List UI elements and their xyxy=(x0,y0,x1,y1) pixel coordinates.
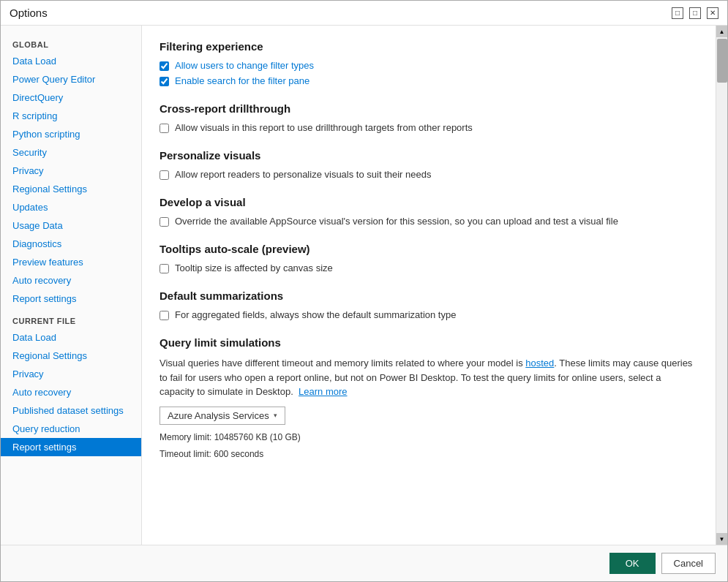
checkbox-row-enable-search: Enable search for the filter pane xyxy=(160,75,695,86)
scroll-down-button[interactable]: ▼ xyxy=(716,533,728,545)
main-scroll: Filtering experience Allow users to chan… xyxy=(142,26,716,545)
checkbox-row-override-appsource: Override the available AppSource visual'… xyxy=(160,216,695,227)
sidebar-item-directquery[interactable]: DirectQuery xyxy=(1,88,141,107)
section-title-personalize: Personalize visuals xyxy=(160,149,695,162)
current-file-section-label: CURRENT FILE xyxy=(1,308,141,328)
sidebar-item-cf-query-reduction[interactable]: Query reduction xyxy=(1,420,141,438)
sidebar-item-auto-recovery[interactable]: Auto recovery xyxy=(1,271,141,290)
sidebar-item-cf-regional-settings[interactable]: Regional Settings xyxy=(1,347,141,365)
sidebar-item-updates[interactable]: Updates xyxy=(1,198,141,216)
learn-more-link[interactable]: Learn more xyxy=(299,386,347,397)
checkbox-label-allow-filter: Allow users to change filter types xyxy=(175,60,314,71)
azure-analysis-services-dropdown[interactable]: Azure Analysis Services ▾ xyxy=(160,407,285,425)
sidebar-item-data-load[interactable]: Data Load xyxy=(1,52,141,70)
sidebar-item-cf-published-dataset[interactable]: Published dataset settings xyxy=(1,401,141,420)
checkbox-row-drillthrough: Allow visuals in this report to use dril… xyxy=(160,122,695,133)
section-title-query-limit: Query limit simulations xyxy=(160,336,695,349)
checkbox-row-personalize: Allow report readers to personalize visu… xyxy=(160,169,695,180)
checkbox-label-enable-search: Enable search for the filter pane xyxy=(175,75,309,86)
global-section-label: GLOBAL xyxy=(1,31,141,52)
checkbox-label-aggregated-fields: For aggregated fields, always show the d… xyxy=(175,309,456,320)
checkbox-enable-search-filter[interactable] xyxy=(160,77,169,86)
timeout-limit-text: Timeout limit: 600 seconds xyxy=(160,447,695,461)
checkbox-label-personalize: Allow report readers to personalize visu… xyxy=(175,169,431,180)
sidebar-item-cf-privacy[interactable]: Privacy xyxy=(1,365,141,383)
checkbox-allow-drillthrough[interactable] xyxy=(160,124,169,133)
checkbox-row-allow-filter: Allow users to change filter types xyxy=(160,60,695,71)
content-area: GLOBAL Data Load Power Query Editor Dire… xyxy=(1,26,727,545)
dropdown-container: Azure Analysis Services ▾ xyxy=(160,407,695,425)
ok-button[interactable]: OK xyxy=(609,553,656,574)
sidebar: GLOBAL Data Load Power Query Editor Dire… xyxy=(1,26,142,545)
checkbox-label-drillthrough: Allow visuals in this report to use dril… xyxy=(175,122,473,133)
checkbox-allow-personalize[interactable] xyxy=(160,170,169,180)
scroll-up-button[interactable]: ▲ xyxy=(716,26,728,37)
sidebar-item-regional-settings[interactable]: Regional Settings xyxy=(1,180,141,198)
section-default-summarizations: Default summarizations For aggregated fi… xyxy=(160,290,695,320)
section-title-tooltips: Tooltips auto-scale (preview) xyxy=(160,243,695,255)
section-tooltips-auto-scale: Tooltips auto-scale (preview) Tooltip si… xyxy=(160,243,695,273)
sidebar-item-preview-features[interactable]: Preview features xyxy=(1,253,141,271)
maximize-button[interactable]: □ xyxy=(689,7,701,19)
section-title-develop: Develop a visual xyxy=(160,196,695,208)
title-bar: Options □ □ ✕ xyxy=(1,1,727,26)
close-button[interactable]: ✕ xyxy=(707,7,718,19)
sidebar-item-report-settings-global[interactable]: Report settings xyxy=(1,290,141,308)
sidebar-item-privacy[interactable]: Privacy xyxy=(1,162,141,180)
sidebar-item-power-query-editor[interactable]: Power Query Editor xyxy=(1,70,141,88)
checkbox-override-appsource[interactable] xyxy=(160,217,169,227)
checkbox-row-tooltip-canvas: Tooltip size is affected by canvas size xyxy=(160,262,695,273)
checkbox-label-override-appsource: Override the available AppSource visual'… xyxy=(175,216,618,227)
checkbox-label-tooltip-canvas: Tooltip size is affected by canvas size xyxy=(175,262,333,273)
cancel-button[interactable]: Cancel xyxy=(661,553,716,574)
sidebar-item-security[interactable]: Security xyxy=(1,143,141,162)
section-title-filtering: Filtering experience xyxy=(160,40,695,53)
checkbox-row-aggregated-fields: For aggregated fields, always show the d… xyxy=(160,309,695,320)
sidebar-item-r-scripting[interactable]: R scripting xyxy=(1,107,141,125)
model-link[interactable]: hosted xyxy=(525,358,554,369)
sidebar-item-cf-report-settings[interactable]: Report settings xyxy=(1,438,141,456)
checkbox-aggregated-fields[interactable] xyxy=(160,311,169,320)
sidebar-item-cf-auto-recovery[interactable]: Auto recovery xyxy=(1,383,141,401)
query-limit-description: Visual queries have different timeout an… xyxy=(160,356,695,399)
window-title: Options xyxy=(10,7,48,19)
section-title-summarizations: Default summarizations xyxy=(160,290,695,302)
dropdown-value: Azure Analysis Services xyxy=(168,410,269,421)
checkbox-allow-change-filter[interactable] xyxy=(160,61,169,71)
sidebar-item-diagnostics[interactable]: Diagnostics xyxy=(1,235,141,253)
section-title-cross-report: Cross-report drillthrough xyxy=(160,102,695,115)
section-filtering-experience: Filtering experience Allow users to chan… xyxy=(160,40,695,86)
footer: OK Cancel xyxy=(1,545,727,581)
sidebar-item-usage-data[interactable]: Usage Data xyxy=(1,216,141,235)
scrollbar-track: ▲ ▼ xyxy=(716,26,727,545)
minimize-button[interactable]: □ xyxy=(672,7,683,19)
section-personalize-visuals: Personalize visuals Allow report readers… xyxy=(160,149,695,180)
section-develop-visual: Develop a visual Override the available … xyxy=(160,196,695,227)
main-content: Filtering experience Allow users to chan… xyxy=(142,26,716,545)
scrollbar-thumb[interactable] xyxy=(717,39,727,83)
options-window: Options □ □ ✕ GLOBAL Data Load Power Que… xyxy=(0,0,728,582)
checkbox-tooltip-canvas-size[interactable] xyxy=(160,264,169,273)
section-query-limit-simulations: Query limit simulations Visual queries h… xyxy=(160,336,695,461)
sidebar-item-cf-data-load[interactable]: Data Load xyxy=(1,328,141,347)
sidebar-item-python-scripting[interactable]: Python scripting xyxy=(1,125,141,143)
window-controls: □ □ ✕ xyxy=(672,7,718,19)
section-cross-report: Cross-report drillthrough Allow visuals … xyxy=(160,102,695,133)
memory-limit-text: Memory limit: 10485760 KB (10 GB) xyxy=(160,431,695,445)
chevron-down-icon: ▾ xyxy=(274,412,277,419)
